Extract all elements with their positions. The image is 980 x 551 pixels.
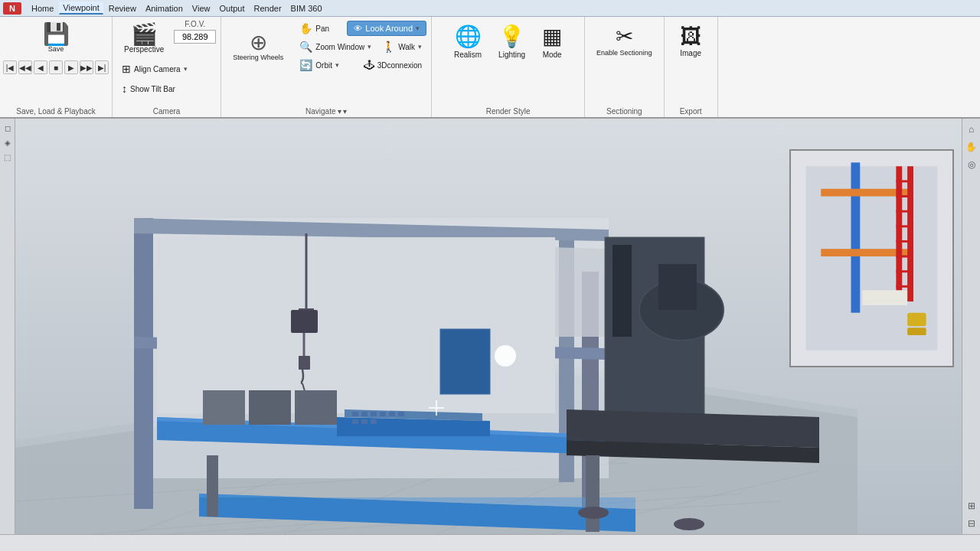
realism-btn[interactable]: 🌐 Realism xyxy=(449,20,487,63)
look-around-btn[interactable]: 👁 Look Around ▾ xyxy=(347,21,426,36)
zoom-arrow: ▾ xyxy=(368,43,371,51)
playback-last[interactable]: ▶| xyxy=(95,60,109,74)
tab-viewpoint[interactable]: Viewpoint xyxy=(59,2,103,15)
save-section-label: Save, Load & Playback xyxy=(0,107,112,116)
save-icon: 💾 xyxy=(43,24,70,45)
export-section: 🖼 Image Export xyxy=(665,17,718,117)
camera-section-label: Camera xyxy=(113,107,220,116)
playback-play[interactable]: ▶ xyxy=(64,60,78,74)
tab-animation[interactable]: Animation xyxy=(142,2,187,15)
svg-point-37 xyxy=(495,345,516,367)
3dconnexion-icon: 🕹 xyxy=(364,59,374,71)
svg-rect-25 xyxy=(291,310,318,333)
app-menu-btn[interactable]: N xyxy=(3,2,21,15)
right-tool-hand[interactable]: ✋ xyxy=(964,139,979,155)
fov-input[interactable] xyxy=(174,30,216,44)
svg-point-54 xyxy=(578,507,609,519)
svg-rect-43 xyxy=(380,412,386,416)
fov-container: F.O.V. xyxy=(174,20,216,44)
show-tilt-bar-btn[interactable]: ↕ Show Tilt Bar xyxy=(117,80,216,97)
viewport[interactable] xyxy=(15,119,962,534)
tilt-bar-icon: ↕ xyxy=(122,83,127,95)
left-tool-1[interactable]: ◻ xyxy=(2,122,14,134)
mode-icon: ▦ xyxy=(542,24,562,49)
svg-rect-61 xyxy=(851,162,861,312)
export-image-icon: 🖼 xyxy=(680,24,701,49)
mode-btn[interactable]: ▦ Mode xyxy=(537,20,567,63)
tab-bim360[interactable]: BIM 360 xyxy=(287,2,326,15)
save-load-section: 💾 Save |◀ ◀◀ ◀ ■ ▶ ▶▶ ▶| Save, Load & Pl… xyxy=(0,17,113,117)
svg-rect-51 xyxy=(295,390,337,425)
navigate-section: ⊕ Steering Wheels ✋ Pan 👁 Look Around ▾ xyxy=(221,17,432,117)
export-label: Export xyxy=(665,107,717,116)
orbit-btn[interactable]: 🔄 Orbit ▾ xyxy=(295,57,357,73)
walk-icon: 🚶 xyxy=(382,41,395,53)
zoom-window-btn[interactable]: 🔍 Zoom Window ▾ xyxy=(295,38,376,55)
sectioning-icon: ✂ xyxy=(616,24,633,49)
lighting-btn[interactable]: 💡 Lighting xyxy=(493,20,531,63)
fov-label: F.O.V. xyxy=(185,20,205,28)
tab-output[interactable]: Output xyxy=(215,2,248,15)
orbit-icon: 🔄 xyxy=(299,59,312,71)
playback-first[interactable]: |◀ xyxy=(3,60,17,74)
right-tool-house[interactable]: ⌂ xyxy=(964,122,979,137)
pan-btn[interactable]: ✋ Pan xyxy=(295,20,345,37)
minimap[interactable] xyxy=(789,149,954,367)
svg-rect-35 xyxy=(440,329,490,394)
realism-icon: 🌐 xyxy=(455,24,482,49)
steering-icon: ⊕ xyxy=(250,32,267,54)
right-tool-target[interactable]: ◎ xyxy=(964,157,979,172)
svg-rect-64 xyxy=(896,166,902,302)
svg-rect-49 xyxy=(203,390,245,425)
left-toolbar: ◻ ◈ ⬚ xyxy=(0,119,15,534)
orbit-arrow: ▾ xyxy=(335,61,339,69)
pan-icon: ✋ xyxy=(299,22,312,34)
tab-render[interactable]: Render xyxy=(250,2,285,15)
sectioning-section: ✂ Enable Sectioning Sectioning xyxy=(585,17,665,117)
svg-rect-42 xyxy=(371,412,377,416)
tab-home[interactable]: Home xyxy=(28,2,57,15)
image-export-btn[interactable]: 🖼 Image xyxy=(673,20,708,61)
navigate-section-label[interactable]: Navigate ▾ ▾ xyxy=(221,107,431,116)
render-style-section: 🌐 Realism 💡 Lighting ▦ Mode Render Style xyxy=(432,17,585,117)
svg-rect-46 xyxy=(352,419,358,424)
3dconnexion-btn[interactable]: 🕹 3Dconnexion xyxy=(359,57,426,73)
walk-arrow: ▾ xyxy=(418,43,422,51)
align-camera-btn[interactable]: ⊞ Align Camera ▾ xyxy=(117,60,216,77)
svg-rect-27 xyxy=(299,356,310,370)
perspective-btn[interactable]: 🎬 Perspective xyxy=(117,20,171,57)
svg-rect-45 xyxy=(398,412,404,416)
status-bar xyxy=(0,534,980,551)
steering-wheels-btn[interactable]: ⊕ Steering Wheels xyxy=(226,28,290,65)
svg-rect-32 xyxy=(658,264,697,310)
svg-rect-44 xyxy=(389,412,395,416)
svg-rect-65 xyxy=(907,166,913,302)
align-camera-icon: ⊞ xyxy=(122,63,131,75)
playback-prev[interactable]: ◀◀ xyxy=(18,60,32,74)
playback-next[interactable]: ▶▶ xyxy=(80,60,93,74)
right-tool-contract[interactable]: ⊟ xyxy=(964,516,979,531)
svg-rect-76 xyxy=(907,328,926,335)
tab-review[interactable]: Review xyxy=(105,2,140,15)
zoom-icon: 🔍 xyxy=(299,41,312,53)
tab-view[interactable]: View xyxy=(188,2,214,15)
svg-rect-75 xyxy=(907,313,926,327)
walk-btn[interactable]: 🚶 Walk ▾ xyxy=(377,38,426,55)
camera-section: 🎬 Perspective F.O.V. ⊞ Align Camera ▾ ↕ … xyxy=(113,17,221,117)
playback-back[interactable]: ◀ xyxy=(34,60,47,74)
left-tool-3[interactable]: ⬚ xyxy=(2,151,14,163)
lighting-icon: 💡 xyxy=(498,24,525,49)
perspective-icon: 🎬 xyxy=(131,24,158,45)
enable-sectioning-btn[interactable]: ✂ Enable Sectioning xyxy=(590,20,659,60)
right-tool-expand[interactable]: ⊞ xyxy=(964,498,979,514)
left-tool-2[interactable]: ◈ xyxy=(2,136,14,148)
svg-rect-56 xyxy=(612,245,632,337)
sectioning-label: Sectioning xyxy=(585,107,664,116)
playback-stop[interactable]: ■ xyxy=(49,60,63,74)
look-around-arrow: ▾ xyxy=(416,24,420,32)
save-viewpoint-btn[interactable]: 💾 Save xyxy=(36,20,77,57)
svg-rect-12 xyxy=(134,218,153,509)
svg-rect-47 xyxy=(361,419,368,424)
minimap-view xyxy=(791,151,952,366)
svg-point-55 xyxy=(674,518,704,530)
